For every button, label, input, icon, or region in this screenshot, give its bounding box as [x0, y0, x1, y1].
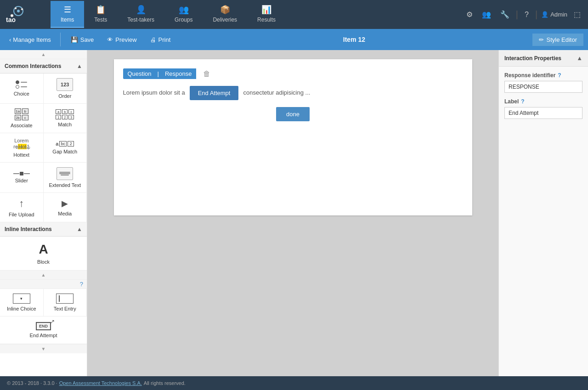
- groups-icon: 👥: [179, 5, 189, 15]
- print-button[interactable]: 🖨 Print: [145, 34, 176, 46]
- response-tab[interactable]: Response: [160, 68, 197, 79]
- choice-icon: [16, 80, 27, 89]
- right-panel: Interaction Properties ▲ Response identi…: [498, 50, 588, 376]
- nav-test-takers[interactable]: 👤 Test-takers: [117, 1, 164, 28]
- admin-link[interactable]: 👤 Admin: [541, 11, 567, 18]
- label-help-icon[interactable]: ?: [521, 98, 524, 105]
- extended-text-icon: [57, 167, 73, 180]
- file-upload-icon: ↑: [19, 198, 24, 209]
- hottext-icon: LoremreHot1 text cap: [13, 138, 30, 150]
- done-row: done: [123, 107, 463, 121]
- svg-point-4: [15, 7, 17, 9]
- sidebar-item-end-attempt[interactable]: END ↗ End Attempt: [0, 317, 87, 344]
- end-attempt-button[interactable]: End Attempt: [190, 86, 239, 100]
- app-logo[interactable]: tao: [5, 6, 51, 24]
- test-takers-icon: 👤: [136, 5, 146, 15]
- sidebar-item-media[interactable]: ▶ Media: [44, 193, 87, 222]
- sidebar-item-block[interactable]: A Block: [0, 237, 87, 271]
- sidebar-item-extended-text[interactable]: Extended Text: [44, 163, 87, 193]
- save-icon: 💾: [71, 36, 78, 43]
- slider-icon: [13, 172, 30, 175]
- inline-interactions-header[interactable]: Inline Interactions ▲: [0, 222, 87, 237]
- admin-icon: 👤: [541, 11, 548, 18]
- back-button[interactable]: ‹ Manage Items: [5, 34, 56, 46]
- done-button[interactable]: done: [276, 107, 310, 121]
- associate-icon: 1a b 2b c: [15, 108, 28, 120]
- sidebar-item-file-upload[interactable]: ↑ File Upload: [0, 193, 44, 222]
- response-identifier-label: Response identifier ?: [504, 72, 582, 79]
- common-interactions-header[interactable]: Common Interactions ▲: [0, 59, 87, 73]
- sidebar-item-choice[interactable]: Choice: [0, 73, 44, 104]
- inline-help-row: ?: [0, 280, 87, 289]
- tests-icon: 📋: [96, 5, 106, 15]
- items-icon: ☰: [64, 5, 71, 15]
- sidebar-item-gap-match[interactable]: a bc 2 Gap Match: [44, 133, 87, 163]
- inline-interactions-grid: ▾ Inline Choice Text Entry: [0, 289, 87, 317]
- toolbar: ‹ Manage Items 💾 Save 👁 Preview 🖨 Print …: [0, 29, 588, 50]
- collapse-common-icon[interactable]: ▲: [77, 63, 82, 69]
- nav-deliveries[interactable]: 📦 Deliveries: [203, 1, 247, 28]
- sidebar-item-text-entry[interactable]: Text Entry: [44, 289, 87, 317]
- wrench-button[interactable]: 🔧: [498, 8, 512, 21]
- footer-company-link[interactable]: Open Assessment Technologies S.A.: [59, 380, 142, 386]
- back-icon: ‹: [9, 36, 11, 43]
- inline-choice-icon: ▾: [13, 294, 30, 304]
- sidebar-item-order[interactable]: 123 Order: [44, 73, 87, 104]
- sidebar-item-inline-choice[interactable]: ▾ Inline Choice: [0, 289, 44, 317]
- response-identifier-help-icon[interactable]: ?: [558, 72, 561, 79]
- block-icon: A: [39, 242, 48, 257]
- save-button[interactable]: 💾 Save: [65, 34, 100, 46]
- delete-button[interactable]: 🗑: [200, 69, 213, 79]
- sidebar-item-hottext[interactable]: LoremreHot1 text cap Hottext: [0, 133, 44, 163]
- top-nav: tao ☰ Items 📋 Tests 👤 Test-takers 👥 Grou…: [0, 0, 588, 29]
- text-entry-icon: [56, 294, 74, 304]
- media-icon: ▶: [62, 198, 68, 209]
- deliveries-icon: 📦: [220, 5, 230, 15]
- sidebar-item-slider[interactable]: Slider: [0, 163, 44, 193]
- label-field-label: Label ?: [504, 98, 582, 105]
- question-tab[interactable]: Question: [123, 68, 156, 79]
- toolbar-separator: [60, 33, 61, 46]
- gap-match-icon: a bc 2: [56, 141, 74, 147]
- scroll-down-indicator[interactable]: ▼: [0, 344, 87, 353]
- left-sidebar: ▲ Common Interactions ▲ Choice: [0, 50, 87, 376]
- collapse-right-icon[interactable]: ▲: [577, 55, 582, 62]
- scroll-separator: ▲: [0, 271, 87, 280]
- interaction-properties-header: Interaction Properties ▲: [499, 50, 588, 67]
- results-icon: 📊: [261, 5, 271, 15]
- print-icon: 🖨: [150, 36, 156, 43]
- settings-button[interactable]: ⚙: [464, 8, 475, 21]
- common-interactions-grid: Choice 123 Order 1a b 2b c: [0, 73, 87, 222]
- nav-tests[interactable]: 📋 Tests: [84, 1, 117, 28]
- right-panel-body: Response identifier ? Label ?: [499, 67, 588, 130]
- svg-text:tao: tao: [6, 16, 16, 23]
- eye-icon: 👁: [107, 36, 113, 43]
- inline-help-icon[interactable]: ?: [80, 281, 83, 288]
- item-card: Question | Response 🗑 Lorem ipsum dolor …: [114, 59, 472, 215]
- center-content: Question | Response 🗑 Lorem ipsum dolor …: [87, 50, 498, 376]
- item-content: Lorem ipsum dolor sit a End Attempt cons…: [123, 86, 463, 100]
- help-button[interactable]: ?: [522, 9, 531, 21]
- nav-groups[interactable]: 👥 Groups: [164, 1, 203, 28]
- nav-right: ⚙ 👥 🔧 | ? | 👤 Admin ⬚: [464, 8, 583, 21]
- svg-point-3: [21, 8, 23, 10]
- label-input[interactable]: [504, 107, 582, 119]
- scroll-up-indicator[interactable]: ▲: [0, 50, 87, 59]
- preview-button[interactable]: 👁 Preview: [102, 34, 142, 46]
- style-editor-button[interactable]: ✏ Style Editor: [532, 34, 583, 46]
- logout-button[interactable]: ⬚: [571, 8, 583, 21]
- nav-items[interactable]: ☰ Items: [51, 1, 84, 28]
- end-attempt-icon: END ↗: [36, 322, 51, 330]
- users-button[interactable]: 👥: [479, 8, 494, 21]
- nav-results[interactable]: 📊 Results: [247, 1, 286, 28]
- match-icon: a b c 1 2 3: [56, 109, 74, 119]
- style-icon: ✏: [539, 36, 544, 43]
- sidebar-item-match[interactable]: a b c 1 2 3 Match: [44, 104, 87, 133]
- order-icon: 123: [57, 78, 73, 91]
- collapse-inline-icon[interactable]: ▲: [77, 226, 82, 232]
- sidebar-item-associate[interactable]: 1a b 2b c Associate: [0, 104, 44, 133]
- main-nav: ☰ Items 📋 Tests 👤 Test-takers 👥 Groups 📦…: [51, 1, 464, 28]
- svg-point-1: [17, 10, 20, 12]
- item-card-header: Question | Response 🗑: [123, 68, 463, 79]
- response-identifier-input[interactable]: [504, 81, 582, 93]
